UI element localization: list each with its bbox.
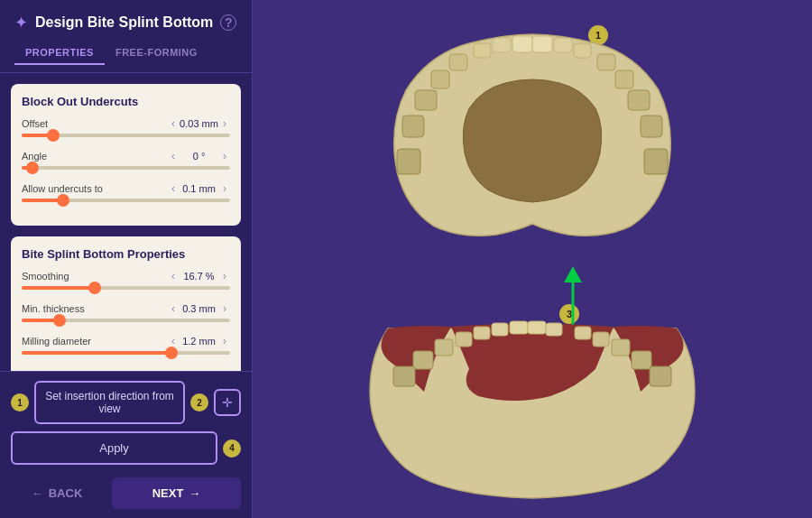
3d-viewport[interactable]: 1 (253, 0, 812, 518)
svg-rect-23 (575, 327, 591, 339)
min-thickness-value: 0.3 mm (179, 303, 219, 314)
page-title: Design Bite Splint Bottom (35, 14, 213, 31)
offset-value: 0.03 mm (179, 118, 219, 129)
left-panel: ✦ Design Bite Splint Bottom ? PROPERTIES… (0, 0, 253, 518)
svg-rect-31 (650, 366, 671, 386)
tab-free-forming[interactable]: FREE-FORMING (105, 42, 208, 65)
svg-rect-1 (532, 36, 552, 52)
milling-diameter-increase[interactable]: › (219, 335, 230, 347)
min-thickness-decrease[interactable]: ‹ (168, 302, 179, 315)
min-thickness-label: Min. thickness (22, 303, 168, 314)
allow-undercuts-row: Allow undercuts to ‹ 0.1 mm › (22, 182, 230, 195)
svg-rect-13 (641, 116, 662, 137)
back-arrow-icon: ← (32, 486, 43, 500)
next-arrow-icon: → (189, 486, 200, 500)
allow-undercuts-label: Allow undercuts to (22, 183, 168, 194)
svg-rect-28 (413, 351, 433, 369)
svg-rect-12 (628, 90, 650, 110)
angle-row: Angle ‹ 0 ° › (22, 150, 230, 162)
offset-row: Offset ‹ 0.03 mm › (22, 117, 230, 130)
title-row: ✦ Design Bite Splint Bottom ? (14, 13, 237, 32)
svg-rect-3 (554, 38, 572, 52)
insertion-direction-button[interactable]: Set insertion direction from view (34, 381, 185, 424)
upper-dental-model (379, 27, 686, 244)
svg-rect-21 (546, 323, 562, 336)
min-thickness-row: Min. thickness ‹ 0.3 mm › (22, 302, 230, 315)
svg-rect-11 (402, 116, 424, 137)
back-label: BACK (49, 486, 83, 500)
svg-rect-25 (593, 332, 609, 347)
angle-value: 0 ° (179, 151, 219, 162)
next-button[interactable]: NEXT → (112, 477, 241, 509)
lower-dental-model (361, 319, 704, 500)
svg-rect-9 (615, 70, 633, 88)
help-button[interactable]: ? (220, 14, 236, 31)
panel-footer: 1 Set insertion direction from view 2 ✛ … (0, 371, 252, 518)
apply-row: Apply 4 (11, 431, 241, 465)
min-thickness-increase[interactable]: › (219, 302, 230, 315)
step-badge-2: 2 (190, 393, 208, 412)
panel-content: Block Out Undercuts Offset ‹ 0.03 mm › A… (0, 73, 252, 371)
step-badge-4: 4 (223, 439, 241, 458)
angle-slider[interactable] (22, 166, 230, 173)
smoothing-value: 16.7 % (179, 271, 219, 282)
insertion-direction-row: 1 Set insertion direction from view 2 ✛ (11, 381, 241, 424)
svg-rect-19 (528, 321, 546, 334)
panel-header: ✦ Design Bite Splint Bottom ? PROPERTIES… (0, 0, 252, 73)
svg-rect-15 (644, 149, 668, 174)
step-badge-1: 1 (11, 393, 29, 412)
smoothing-increase[interactable]: › (219, 270, 230, 282)
svg-rect-14 (397, 149, 420, 174)
svg-rect-29 (632, 351, 651, 369)
svg-rect-7 (431, 70, 449, 88)
bite-splint-section: Bite Splint Bottom Properties Smoothing … (11, 236, 241, 371)
smoothing-slider[interactable] (22, 286, 230, 293)
svg-rect-2 (493, 38, 511, 52)
offset-increase[interactable]: › (219, 117, 230, 130)
tab-properties[interactable]: PROPERTIES (14, 42, 105, 65)
offset-slider[interactable] (22, 134, 230, 141)
svg-rect-24 (456, 332, 472, 347)
svg-rect-20 (492, 323, 508, 336)
next-label: NEXT (152, 486, 184, 500)
block-out-title: Block Out Undercuts (22, 95, 230, 108)
upper-arch-svg (379, 27, 686, 244)
min-thickness-slider[interactable] (22, 319, 230, 326)
milling-diameter-slider[interactable] (22, 351, 230, 358)
right-viewport: 1 (253, 0, 812, 518)
angle-increase[interactable]: › (219, 150, 230, 162)
svg-rect-30 (393, 366, 415, 386)
svg-rect-6 (449, 54, 467, 70)
svg-rect-4 (474, 43, 491, 58)
angle-decrease[interactable]: ‹ (168, 150, 179, 162)
offset-label: Offset (22, 118, 168, 129)
svg-marker-17 (564, 266, 582, 282)
lower-arch-svg (361, 319, 704, 500)
svg-rect-22 (474, 327, 490, 339)
svg-rect-8 (597, 54, 615, 70)
smoothing-row: Smoothing ‹ 16.7 % › (22, 270, 230, 282)
angle-label: Angle (22, 151, 168, 162)
target-icon-button[interactable]: ✛ (214, 389, 241, 416)
allow-undercuts-increase[interactable]: › (219, 182, 230, 195)
apply-button[interactable]: Apply (11, 431, 217, 465)
bite-splint-title: Bite Splint Bottom Properties (22, 247, 230, 261)
tabs-row: PROPERTIES FREE-FORMING (14, 42, 237, 65)
offset-decrease[interactable]: ‹ (168, 117, 179, 130)
milling-diameter-row: Milling diameter ‹ 1.2 mm › (22, 335, 230, 347)
back-button[interactable]: ← BACK (11, 477, 103, 509)
svg-rect-18 (510, 321, 528, 334)
svg-rect-26 (435, 339, 453, 356)
svg-rect-10 (415, 90, 437, 110)
svg-rect-27 (612, 339, 630, 356)
allow-undercuts-decrease[interactable]: ‹ (168, 182, 179, 195)
milling-diameter-decrease[interactable]: ‹ (168, 335, 179, 347)
wizard-icon: ✦ (14, 13, 28, 32)
allow-undercuts-slider[interactable] (22, 199, 230, 206)
allow-undercuts-value: 0.1 mm (179, 183, 219, 194)
smoothing-decrease[interactable]: ‹ (168, 270, 179, 282)
smoothing-label: Smoothing (22, 271, 168, 282)
block-out-section: Block Out Undercuts Offset ‹ 0.03 mm › A… (11, 84, 241, 226)
svg-rect-5 (574, 43, 591, 58)
nav-row: ← BACK NEXT → (11, 472, 241, 509)
